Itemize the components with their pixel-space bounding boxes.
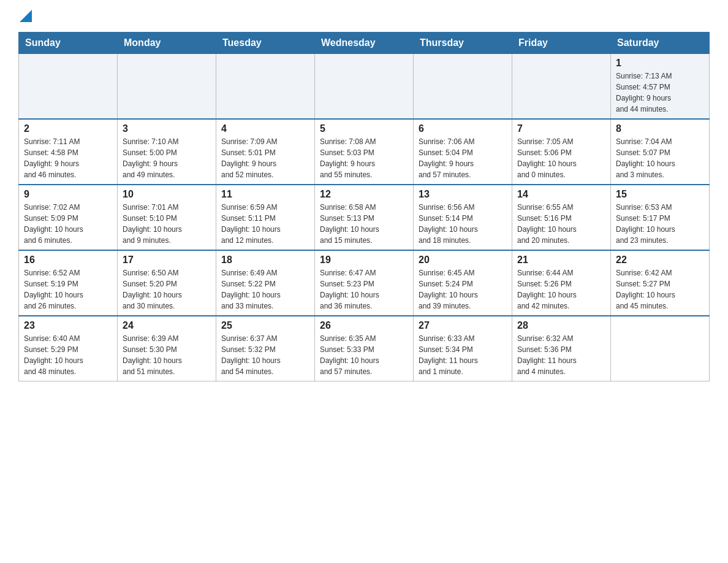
day-number: 10 (123, 189, 211, 200)
day-info: Sunrise: 6:42 AM Sunset: 5:27 PM Dayligh… (616, 267, 704, 312)
day-info: Sunrise: 6:56 AM Sunset: 5:14 PM Dayligh… (419, 202, 507, 246)
day-number: 5 (320, 123, 408, 134)
calendar-cell: 16Sunrise: 6:52 AM Sunset: 5:19 PM Dayli… (19, 250, 118, 316)
calendar-cell: 24Sunrise: 6:39 AM Sunset: 5:30 PM Dayli… (118, 316, 216, 381)
day-info: Sunrise: 6:47 AM Sunset: 5:23 PM Dayligh… (320, 267, 408, 312)
calendar-cell (611, 316, 710, 381)
svg-marker-0 (20, 10, 32, 22)
calendar-cell: 22Sunrise: 6:42 AM Sunset: 5:27 PM Dayli… (611, 250, 710, 316)
day-number: 15 (616, 189, 704, 200)
calendar-cell (512, 54, 611, 120)
day-info: Sunrise: 7:06 AM Sunset: 5:04 PM Dayligh… (419, 136, 507, 180)
day-number: 16 (24, 255, 112, 266)
day-header-friday: Friday (512, 33, 611, 54)
calendar-week-row: 1Sunrise: 7:13 AM Sunset: 4:57 PM Daylig… (19, 54, 710, 120)
day-number: 11 (221, 189, 309, 200)
calendar-cell (19, 54, 118, 120)
day-header-tuesday: Tuesday (216, 33, 315, 54)
calendar-cell: 2Sunrise: 7:11 AM Sunset: 4:58 PM Daylig… (19, 119, 118, 185)
calendar-cell: 28Sunrise: 6:32 AM Sunset: 5:36 PM Dayli… (512, 316, 611, 381)
calendar-cell: 14Sunrise: 6:55 AM Sunset: 5:16 PM Dayli… (512, 185, 611, 250)
calendar-cell: 10Sunrise: 7:01 AM Sunset: 5:10 PM Dayli… (118, 185, 216, 250)
day-info: Sunrise: 6:37 AM Sunset: 5:32 PM Dayligh… (221, 333, 309, 377)
day-header-saturday: Saturday (611, 33, 710, 54)
day-number: 14 (517, 189, 605, 200)
day-number: 2 (24, 123, 112, 134)
day-info: Sunrise: 6:35 AM Sunset: 5:33 PM Dayligh… (320, 333, 408, 377)
day-number: 26 (320, 320, 408, 331)
day-header-wednesday: Wednesday (315, 33, 414, 54)
day-info: Sunrise: 6:33 AM Sunset: 5:34 PM Dayligh… (419, 333, 507, 377)
day-info: Sunrise: 6:52 AM Sunset: 5:19 PM Dayligh… (24, 267, 112, 312)
calendar-cell: 27Sunrise: 6:33 AM Sunset: 5:34 PM Dayli… (414, 316, 512, 381)
day-info: Sunrise: 7:05 AM Sunset: 5:06 PM Dayligh… (517, 136, 605, 180)
day-info: Sunrise: 7:11 AM Sunset: 4:58 PM Dayligh… (24, 136, 112, 180)
day-number: 9 (24, 189, 112, 200)
day-number: 28 (517, 320, 605, 331)
calendar-cell: 5Sunrise: 7:08 AM Sunset: 5:03 PM Daylig… (315, 119, 414, 185)
page-header (18, 12, 710, 22)
day-number: 25 (221, 320, 309, 331)
day-number: 27 (419, 320, 507, 331)
day-info: Sunrise: 6:45 AM Sunset: 5:24 PM Dayligh… (419, 267, 507, 312)
calendar-cell: 7Sunrise: 7:05 AM Sunset: 5:06 PM Daylig… (512, 119, 611, 185)
calendar-cell: 15Sunrise: 6:53 AM Sunset: 5:17 PM Dayli… (611, 185, 710, 250)
logo-arrow-icon (20, 10, 32, 22)
day-number: 22 (616, 255, 704, 266)
day-info: Sunrise: 7:13 AM Sunset: 4:57 PM Dayligh… (616, 71, 704, 115)
calendar-cell (315, 54, 414, 120)
day-number: 24 (123, 320, 211, 331)
day-header-thursday: Thursday (414, 33, 512, 54)
day-info: Sunrise: 6:40 AM Sunset: 5:29 PM Dayligh… (24, 333, 112, 377)
day-header-monday: Monday (118, 33, 216, 54)
calendar-cell: 17Sunrise: 6:50 AM Sunset: 5:20 PM Dayli… (118, 250, 216, 316)
day-info: Sunrise: 6:49 AM Sunset: 5:22 PM Dayligh… (221, 267, 309, 312)
calendar-cell (414, 54, 512, 120)
day-number: 17 (123, 255, 211, 266)
calendar-cell: 21Sunrise: 6:44 AM Sunset: 5:26 PM Dayli… (512, 250, 611, 316)
day-info: Sunrise: 6:44 AM Sunset: 5:26 PM Dayligh… (517, 267, 605, 312)
day-number: 13 (419, 189, 507, 200)
calendar-cell: 23Sunrise: 6:40 AM Sunset: 5:29 PM Dayli… (19, 316, 118, 381)
day-number: 12 (320, 189, 408, 200)
calendar-header-row: SundayMondayTuesdayWednesdayThursdayFrid… (19, 33, 710, 54)
day-number: 1 (616, 58, 704, 69)
logo (18, 12, 32, 22)
calendar-cell (216, 54, 315, 120)
day-number: 3 (123, 123, 211, 134)
calendar-cell: 25Sunrise: 6:37 AM Sunset: 5:32 PM Dayli… (216, 316, 315, 381)
day-info: Sunrise: 7:04 AM Sunset: 5:07 PM Dayligh… (616, 136, 704, 180)
day-info: Sunrise: 7:01 AM Sunset: 5:10 PM Dayligh… (123, 202, 211, 246)
calendar-cell: 20Sunrise: 6:45 AM Sunset: 5:24 PM Dayli… (414, 250, 512, 316)
day-info: Sunrise: 6:59 AM Sunset: 5:11 PM Dayligh… (221, 202, 309, 246)
day-info: Sunrise: 6:53 AM Sunset: 5:17 PM Dayligh… (616, 202, 704, 246)
day-number: 4 (221, 123, 309, 134)
day-info: Sunrise: 6:58 AM Sunset: 5:13 PM Dayligh… (320, 202, 408, 246)
calendar-cell (118, 54, 216, 120)
calendar-cell: 18Sunrise: 6:49 AM Sunset: 5:22 PM Dayli… (216, 250, 315, 316)
calendar-cell: 11Sunrise: 6:59 AM Sunset: 5:11 PM Dayli… (216, 185, 315, 250)
calendar-cell: 4Sunrise: 7:09 AM Sunset: 5:01 PM Daylig… (216, 119, 315, 185)
calendar-cell: 6Sunrise: 7:06 AM Sunset: 5:04 PM Daylig… (414, 119, 512, 185)
calendar-cell: 13Sunrise: 6:56 AM Sunset: 5:14 PM Dayli… (414, 185, 512, 250)
day-number: 19 (320, 255, 408, 266)
day-number: 7 (517, 123, 605, 134)
day-number: 21 (517, 255, 605, 266)
calendar-cell: 19Sunrise: 6:47 AM Sunset: 5:23 PM Dayli… (315, 250, 414, 316)
day-info: Sunrise: 7:10 AM Sunset: 5:00 PM Dayligh… (123, 136, 211, 180)
calendar-cell: 1Sunrise: 7:13 AM Sunset: 4:57 PM Daylig… (611, 54, 710, 120)
day-info: Sunrise: 6:50 AM Sunset: 5:20 PM Dayligh… (123, 267, 211, 312)
day-info: Sunrise: 6:32 AM Sunset: 5:36 PM Dayligh… (517, 333, 605, 377)
calendar-table: SundayMondayTuesdayWednesdayThursdayFrid… (18, 32, 710, 381)
calendar-week-row: 2Sunrise: 7:11 AM Sunset: 4:58 PM Daylig… (19, 119, 710, 185)
day-number: 18 (221, 255, 309, 266)
day-header-sunday: Sunday (19, 33, 118, 54)
calendar-cell: 3Sunrise: 7:10 AM Sunset: 5:00 PM Daylig… (118, 119, 216, 185)
calendar-cell: 9Sunrise: 7:02 AM Sunset: 5:09 PM Daylig… (19, 185, 118, 250)
day-number: 23 (24, 320, 112, 331)
calendar-cell: 26Sunrise: 6:35 AM Sunset: 5:33 PM Dayli… (315, 316, 414, 381)
day-info: Sunrise: 6:55 AM Sunset: 5:16 PM Dayligh… (517, 202, 605, 246)
day-info: Sunrise: 6:39 AM Sunset: 5:30 PM Dayligh… (123, 333, 211, 377)
day-info: Sunrise: 7:08 AM Sunset: 5:03 PM Dayligh… (320, 136, 408, 180)
calendar-week-row: 16Sunrise: 6:52 AM Sunset: 5:19 PM Dayli… (19, 250, 710, 316)
